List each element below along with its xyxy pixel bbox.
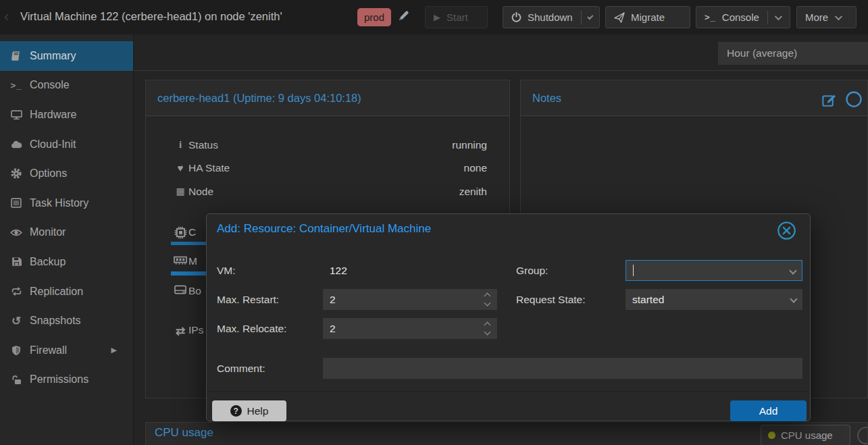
sidebar-item-replication[interactable]: Replication bbox=[0, 277, 133, 307]
more-button[interactable]: More bbox=[796, 6, 857, 28]
sidebar-item-snapshots[interactable]: ↺ Snapshots bbox=[0, 306, 133, 336]
legend-label: CPU usage bbox=[781, 429, 833, 441]
chevron-down-icon[interactable] bbox=[775, 12, 782, 20]
sidebar-item-label: Backup bbox=[30, 256, 66, 268]
max-relocate-value: 2 bbox=[330, 323, 336, 335]
row-label: Node bbox=[188, 186, 213, 198]
group-combobox[interactable] bbox=[626, 260, 802, 281]
arrows-icon: ⇄ bbox=[173, 324, 188, 338]
chevron-down-icon[interactable] bbox=[790, 295, 797, 303]
row-value: running bbox=[452, 139, 487, 151]
node-row: ▦ Node zenith bbox=[146, 185, 509, 201]
sidebar-item-hardware[interactable]: Hardware bbox=[0, 100, 133, 130]
help-button-label: Help bbox=[247, 405, 269, 417]
floppy-icon bbox=[9, 257, 24, 267]
sidebar-item-backup[interactable]: Backup bbox=[0, 247, 133, 277]
max-restart-label: Max. Restart: bbox=[217, 294, 279, 306]
chevron-down-icon bbox=[835, 12, 842, 20]
request-state-label: Request State: bbox=[516, 294, 586, 306]
spinner-control[interactable] bbox=[480, 318, 494, 339]
sidebar-item-permissions[interactable]: Permissions bbox=[0, 365, 133, 395]
shutdown-button[interactable]: Shutdown bbox=[503, 6, 600, 28]
status-panel-title: cerbere-head1 (Uptime: 9 days 04:10:18) bbox=[157, 92, 361, 105]
legend-help-icon[interactable] bbox=[857, 427, 868, 444]
max-restart-value: 2 bbox=[330, 294, 336, 306]
sidebar-item-label: Replication bbox=[30, 286, 83, 298]
text-caret bbox=[633, 265, 634, 276]
notes-panel-title: Notes bbox=[532, 92, 561, 105]
add-button[interactable]: Add bbox=[730, 400, 807, 421]
modal-title: Add: Resource: Container/Virtual Machine bbox=[217, 222, 431, 236]
submenu-expand-icon[interactable]: ▶ bbox=[111, 346, 117, 355]
page-title: Virtual Machine 122 (cerbere-head1) on n… bbox=[20, 10, 282, 23]
spinner-up-icon[interactable] bbox=[484, 293, 490, 300]
max-restart-input[interactable]: 2 bbox=[323, 289, 497, 310]
start-button[interactable]: ▶ Start bbox=[425, 6, 488, 28]
chevron-down-icon[interactable] bbox=[587, 14, 593, 20]
sidebar-item-console[interactable]: >_ Console bbox=[0, 71, 133, 101]
time-range-select[interactable]: Hour (average) bbox=[718, 42, 868, 65]
edit-tags-icon[interactable] bbox=[399, 10, 409, 21]
chart-legend[interactable]: CPU usage bbox=[761, 425, 850, 445]
add-resource-modal: Add: Resource: Container/Virtual Machine… bbox=[206, 213, 811, 421]
gear-icon bbox=[9, 168, 24, 179]
sidebar-item-firewall[interactable]: Firewall ▶ bbox=[0, 336, 133, 365]
sidebar-item-label: Hardware bbox=[30, 109, 76, 121]
status-row: i Status running bbox=[146, 138, 509, 155]
console-button[interactable]: >_ Console bbox=[696, 6, 790, 28]
sidebar-item-label: Cloud-Init bbox=[30, 138, 76, 151]
terminal-icon: >_ bbox=[9, 81, 24, 90]
notes-panel-header: Notes bbox=[521, 80, 867, 116]
max-relocate-input[interactable]: 2 bbox=[323, 318, 497, 339]
close-icon[interactable] bbox=[777, 221, 796, 240]
migrate-button-label: Migrate bbox=[631, 11, 665, 23]
cpu-icon bbox=[173, 226, 188, 239]
sidebar-item-task-history[interactable]: Task History bbox=[0, 188, 133, 218]
sidebar-item-options[interactable]: Options bbox=[0, 159, 133, 188]
proxmox-screen: ‹ Virtual Machine 122 (cerbere-head1) on… bbox=[0, 0, 868, 445]
max-relocate-label: Max. Relocate: bbox=[217, 323, 286, 335]
request-state-combobox[interactable]: started bbox=[626, 289, 802, 310]
sidebar-item-cloud-init[interactable]: Cloud-Init bbox=[0, 130, 133, 159]
more-button-label: More bbox=[805, 11, 828, 23]
time-range-value: Hour (average) bbox=[727, 47, 797, 59]
book-icon bbox=[9, 51, 24, 61]
back-icon[interactable]: ‹ bbox=[4, 8, 9, 26]
memory-icon bbox=[173, 255, 188, 265]
help-button[interactable]: ? Help bbox=[212, 400, 286, 421]
cpu-usage-panel: CPU usage CPU usage bbox=[145, 422, 868, 445]
help-circle-icon[interactable] bbox=[846, 91, 862, 107]
display-icon bbox=[9, 109, 24, 120]
split-divider bbox=[767, 11, 768, 24]
migrate-button[interactable]: Migrate bbox=[605, 6, 690, 28]
shield-icon bbox=[9, 345, 24, 356]
modal-footer-divider bbox=[207, 391, 810, 392]
sidebar-item-label: Options bbox=[30, 167, 67, 180]
vm-label: VM: bbox=[217, 265, 236, 277]
terminal-icon: >_ bbox=[705, 12, 716, 22]
prod-tag-badge: prod bbox=[357, 8, 391, 26]
sidebar-item-summary[interactable]: Summary bbox=[0, 41, 133, 71]
spinner-down-icon[interactable] bbox=[484, 329, 490, 336]
cpu-usage-title: CPU usage bbox=[155, 426, 213, 440]
question-icon: ? bbox=[230, 405, 242, 417]
spinner-down-icon[interactable] bbox=[484, 300, 490, 307]
row-label: Status bbox=[188, 139, 218, 151]
spinner-up-icon[interactable] bbox=[484, 322, 490, 329]
chevron-down-icon[interactable] bbox=[789, 267, 796, 274]
power-icon bbox=[511, 12, 521, 22]
row-label: IPs bbox=[188, 324, 203, 336]
row-label: M bbox=[188, 255, 197, 267]
sidebar-item-label: Snapshots bbox=[30, 315, 81, 327]
repeat-icon bbox=[9, 286, 24, 296]
row-value: none bbox=[464, 162, 487, 174]
unlock-icon bbox=[9, 375, 24, 385]
sidebar-item-monitor[interactable]: Monitor bbox=[0, 218, 133, 248]
info-icon: i bbox=[173, 139, 188, 151]
add-button-label: Add bbox=[759, 405, 778, 417]
send-icon bbox=[614, 12, 625, 23]
row-value: zenith bbox=[459, 186, 487, 198]
edit-notes-icon[interactable] bbox=[822, 93, 836, 107]
comment-input[interactable] bbox=[323, 358, 802, 379]
spinner-control[interactable] bbox=[480, 289, 494, 310]
